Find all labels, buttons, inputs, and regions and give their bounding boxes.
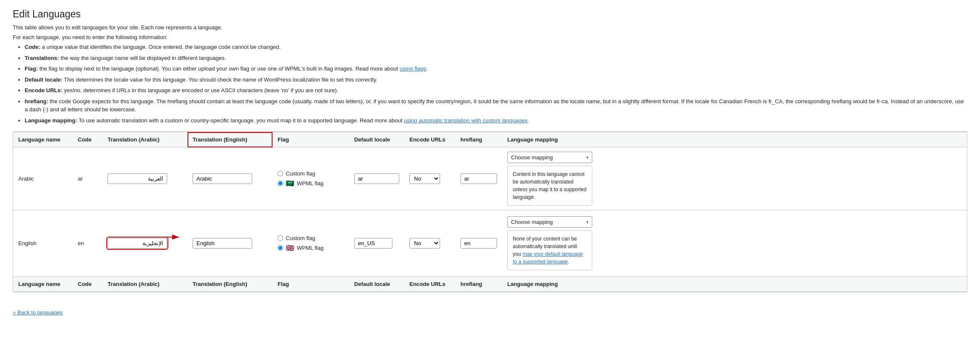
arabic-code: ar [73,147,102,210]
footer-col-flag: Flag [273,277,349,292]
arabic-custom-flag-label: Custom flag [286,170,315,177]
footer-col-default-locale: Default locale [349,277,404,292]
col-encode-urls: Encode URLs [404,132,455,147]
english-mapping-tooltip: None of your content can be automaticall… [507,230,592,270]
bullet-encode-urls: Encode URLs: yes/no, determines if URLs … [25,86,967,95]
col-flag: Flag [273,132,349,147]
english-name: English [13,210,73,277]
english-mapping: Choose mapping ▾ None of your content ca… [502,210,967,277]
english-flag: Custom flag 🇬🇧 WPML flag [273,210,349,277]
footer-col-language-mapping: Language mapping [502,277,967,292]
arabic-name: Arabic [13,147,73,210]
arabic-wpml-flag-label: WPML flag [297,180,324,187]
table-body: Arabic ar Custom flag [13,147,967,277]
english-custom-flag-option[interactable]: Custom flag [278,235,344,241]
col-default-locale: Default locale [349,132,404,147]
bullet-language-mapping: Language mapping: To use automatic trans… [25,116,967,125]
footer-col-encode-urls: Encode URLs [404,277,455,292]
back-link-container: « Back to languages [13,301,967,316]
arabic-custom-flag-radio[interactable] [278,171,283,176]
chevron-down-icon: ▾ [586,155,588,160]
custom-languages-link[interactable]: using automatic translation with custom … [404,117,528,124]
arabic-locale-input[interactable] [354,173,399,184]
col-translation-arabic: Translation (Arabic) [102,132,187,147]
arabic-mapping-tooltip: Content in this language cannot be autom… [507,166,592,206]
intro-text: This table allows you to edit languages … [13,24,967,31]
arabic-translation-arabic [102,147,187,210]
arabic-flag: Custom flag 🇸🇦 WPML flag [273,147,349,210]
col-code: Code [73,132,102,147]
arabic-mapping-dropdown[interactable]: Choose mapping ▾ [507,152,592,163]
english-mapping-dropdown[interactable]: Choose mapping ▾ [507,216,592,228]
footer-col-translation-english: Translation (English) [187,277,273,292]
english-locale-input[interactable] [354,238,392,249]
english-translation-arabic [102,210,187,277]
english-encode-select[interactable]: No Yes [409,238,440,249]
table-footer: Language name Code Translation (Arabic) … [13,277,967,292]
bullet-locale: Default locale: This determines the loca… [25,76,967,84]
english-wpml-flag-radio[interactable] [278,245,283,251]
col-language-name: Language name [13,132,73,147]
english-custom-flag-label: Custom flag [286,235,315,241]
arabic-mapping: Choose mapping ▾ Content in this languag… [502,147,967,210]
footer-col-code: Code [73,277,102,292]
english-locale [349,210,404,277]
english-code: en [73,210,102,277]
for-each-label: For each language, you need to enter the… [13,34,967,40]
footer-col-translation-arabic: Translation (Arabic) [102,277,187,292]
col-translation-english: Translation (English) [187,132,273,147]
arabic-wpml-flag-radio[interactable] [278,181,283,186]
arabic-locale [349,147,404,210]
english-translation-english [187,210,273,277]
english-mapping-label: Choose mapping [511,219,553,225]
bullet-translations: Translations: the way the language name … [25,54,967,62]
arabic-encode-urls: No Yes [404,147,455,210]
footer-col-language-name: Language name [13,277,73,292]
using-flags-link[interactable]: using flags [400,65,426,72]
english-hreflang-input[interactable] [460,238,497,249]
arabic-translation-english-input[interactable] [193,173,252,184]
arabic-custom-flag-option[interactable]: Custom flag [278,170,344,177]
info-list: Code: a unique value that identifies the… [13,43,967,124]
english-translation-arabic-input[interactable] [108,238,167,249]
chevron-down-icon: ▾ [586,220,588,224]
english-wpml-flag-option[interactable]: 🇬🇧 WPML flag [278,244,344,252]
english-flag-emoji: 🇬🇧 [286,244,294,252]
col-hreflang: hreflang [455,132,502,147]
arabic-wpml-flag-option[interactable]: 🇸🇦 WPML flag [278,179,344,187]
map-default-language-link[interactable]: map your default language to a supported… [513,251,583,265]
arabic-mapping-label: Choose mapping [511,154,553,161]
arabic-flag-emoji: 🇸🇦 [286,179,294,187]
table-row: English en [13,210,967,277]
footer-col-hreflang: hreflang [455,277,502,292]
english-encode-urls: No Yes [404,210,455,277]
english-translation-english-input[interactable] [193,238,252,249]
arabic-translation-arabic-input[interactable] [108,173,167,184]
page-title: Edit Languages [13,8,967,20]
table-row: Arabic ar Custom flag [13,147,967,210]
english-custom-flag-radio[interactable] [278,235,283,241]
languages-table: Language name Code Translation (Arabic) … [13,132,967,292]
col-language-mapping: Language mapping [502,132,967,147]
english-hreflang [455,210,502,277]
table-header: Language name Code Translation (Arabic) … [13,132,967,147]
languages-table-wrapper: Language name Code Translation (Arabic) … [13,131,967,292]
arabic-hreflang [455,147,502,210]
arabic-translation-english [187,147,273,210]
arabic-hreflang-input[interactable] [460,173,497,184]
info-section: For each language, you need to enter the… [13,34,967,124]
back-to-languages-link[interactable]: « Back to languages [13,309,63,316]
arabic-encode-select[interactable]: No Yes [409,173,440,184]
bullet-flag: Flag: the flag to display next to the la… [25,65,967,73]
bullet-code: Code: a unique value that identifies the… [25,43,967,51]
english-wpml-flag-label: WPML flag [297,245,324,251]
bullet-hreflang: hreflang: the code Google expects for th… [25,97,967,114]
